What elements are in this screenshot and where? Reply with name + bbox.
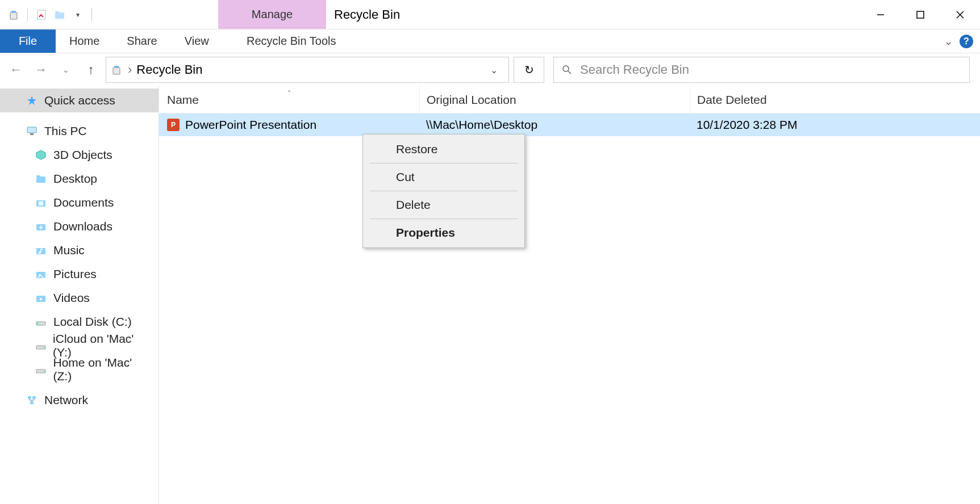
- recycle-bin-icon[interactable]: [7, 8, 20, 22]
- menu-separator: [370, 191, 518, 191]
- context-menu-restore[interactable]: Restore: [363, 137, 524, 162]
- properties-qat-icon[interactable]: [35, 8, 48, 22]
- sidebar-item-downloads[interactable]: Downloads: [0, 215, 159, 238]
- svg-rect-24: [36, 272, 45, 278]
- videos-icon: [34, 291, 48, 305]
- svg-rect-6: [917, 11, 924, 18]
- file-row[interactable]: P PowerPoint Presentation \\Mac\Home\Des…: [159, 114, 980, 136]
- svg-rect-1: [11, 11, 16, 12]
- svg-rect-4: [55, 11, 59, 13]
- svg-rect-35: [32, 396, 36, 399]
- sidebar-item-local-disk-c[interactable]: Local Disk (C:): [0, 310, 159, 334]
- network-drive-icon: [34, 339, 47, 352]
- svg-rect-10: [114, 66, 119, 68]
- drive-icon: [34, 315, 48, 329]
- context-menu: Restore Cut Delete Properties: [362, 134, 525, 248]
- home-tab[interactable]: Home: [56, 30, 113, 53]
- sidebar-item-home-mac-z[interactable]: Home on 'Mac' (Z:): [0, 358, 159, 381]
- quick-access-toolbar: ▾: [0, 0, 218, 29]
- close-button[interactable]: [940, 0, 980, 30]
- search-bar[interactable]: [553, 57, 970, 83]
- menu-separator: [370, 163, 518, 163]
- breadcrumb-separator: ›: [128, 62, 132, 77]
- search-input[interactable]: [580, 62, 961, 77]
- share-tab-label: Share: [127, 35, 157, 48]
- sidebar-item-music[interactable]: Music: [0, 238, 159, 262]
- sidebar-item-icloud-mac-y[interactable]: iCloud on 'Mac' (Y:): [0, 334, 159, 358]
- column-label: Original Location: [427, 93, 516, 107]
- search-icon: [562, 65, 572, 75]
- home-tab-label: Home: [69, 35, 99, 48]
- sidebar-label: Local Disk (C:): [53, 315, 132, 329]
- svg-rect-36: [30, 401, 34, 404]
- sidebar-label: Network: [44, 393, 88, 407]
- sidebar-item-this-pc[interactable]: This PC: [0, 119, 159, 143]
- sidebar-label: 3D Objects: [53, 148, 112, 162]
- column-header-original-location[interactable]: Original Location: [419, 86, 690, 113]
- maximize-button[interactable]: [900, 0, 940, 30]
- folder-qat-icon[interactable]: [53, 8, 66, 22]
- address-bar[interactable]: › Recycle Bin ⌄: [106, 57, 509, 83]
- qat-dropdown-icon[interactable]: ▾: [71, 8, 85, 22]
- svg-rect-14: [27, 127, 36, 133]
- sidebar-item-network[interactable]: Network: [0, 388, 159, 412]
- forward-button[interactable]: →: [31, 60, 51, 80]
- context-menu-properties[interactable]: Properties: [363, 220, 524, 245]
- contextual-tab-label: Recycle Bin Tools: [247, 35, 336, 48]
- column-label: Name: [167, 93, 199, 106]
- svg-rect-18: [36, 175, 40, 177]
- svg-point-11: [563, 66, 569, 72]
- pictures-icon: [34, 267, 48, 281]
- recent-dropdown-icon[interactable]: ⌄: [56, 60, 76, 80]
- recycle-bin-addr-icon: [110, 63, 123, 77]
- refresh-button[interactable]: ↻: [514, 57, 544, 83]
- music-icon: [34, 243, 48, 257]
- sidebar-item-quick-access[interactable]: Quick access: [0, 89, 159, 112]
- sidebar-item-3d-objects[interactable]: 3D Objects: [0, 143, 159, 167]
- menu-label: Restore: [396, 142, 438, 156]
- sidebar-label: Videos: [53, 291, 90, 305]
- view-tab[interactable]: View: [171, 30, 223, 53]
- window-title: Recycle Bin: [326, 0, 861, 29]
- column-label: Date Deleted: [697, 93, 767, 107]
- help-icon[interactable]: ?: [960, 35, 973, 48]
- separator: [27, 8, 28, 22]
- svg-point-33: [43, 371, 44, 372]
- sidebar-label: This PC: [44, 124, 87, 138]
- navigation-bar: ← → ⌄ ↑ › Recycle Bin ⌄ ↻: [0, 53, 980, 86]
- title-bar: ▾ Manage Recycle Bin: [0, 0, 980, 30]
- svg-line-12: [568, 71, 571, 74]
- sidebar-item-videos[interactable]: Videos: [0, 286, 159, 310]
- back-button[interactable]: ←: [6, 60, 26, 80]
- svg-rect-9: [113, 68, 120, 74]
- svg-rect-29: [37, 322, 39, 325]
- file-tab[interactable]: File: [0, 30, 56, 53]
- svg-rect-15: [30, 133, 34, 135]
- svg-marker-16: [36, 150, 45, 159]
- svg-rect-17: [36, 177, 45, 183]
- sidebar-item-pictures[interactable]: Pictures: [0, 262, 159, 286]
- file-tab-label: File: [19, 35, 37, 48]
- ribbon-tabs: File Home Share View Recycle Bin Tools ⌄…: [0, 30, 980, 53]
- svg-rect-20: [39, 201, 43, 205]
- breadcrumb-location[interactable]: Recycle Bin: [136, 62, 202, 77]
- sidebar-item-desktop[interactable]: Desktop: [0, 167, 159, 191]
- documents-icon: [34, 196, 48, 209]
- context-menu-cut[interactable]: Cut: [363, 165, 524, 190]
- address-dropdown-icon[interactable]: ⌄: [482, 57, 505, 82]
- minimize-button[interactable]: [861, 0, 900, 30]
- sidebar-label: Music: [53, 243, 85, 257]
- context-menu-delete[interactable]: Delete: [363, 192, 524, 217]
- 3d-objects-icon: [34, 148, 48, 162]
- share-tab[interactable]: Share: [113, 30, 170, 53]
- contextual-tab-header[interactable]: Manage: [218, 0, 326, 29]
- ribbon-expand-icon[interactable]: ⌄: [944, 35, 953, 48]
- svg-rect-3: [55, 12, 64, 19]
- column-header-name[interactable]: ˄ Name: [159, 93, 419, 107]
- sidebar-item-documents[interactable]: Documents: [0, 191, 159, 215]
- column-header-date-deleted[interactable]: Date Deleted: [690, 86, 980, 113]
- recycle-bin-tools-tab[interactable]: Recycle Bin Tools: [237, 30, 345, 53]
- menu-label: Cut: [396, 170, 415, 183]
- up-button[interactable]: ↑: [81, 60, 101, 80]
- sidebar-label: Downloads: [53, 220, 112, 233]
